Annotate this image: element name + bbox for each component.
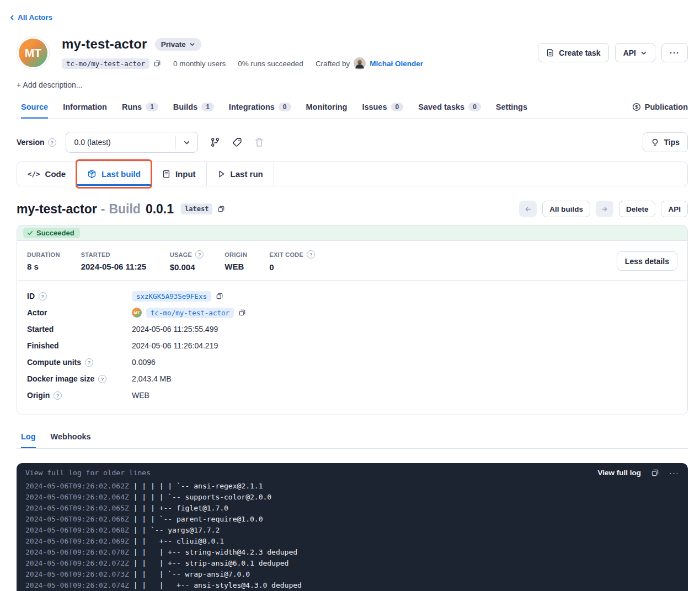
tab-label: Settings xyxy=(496,103,527,111)
build-stats-row: DURATION 8 s STARTED 2024-05-06 11:25 US… xyxy=(17,240,687,280)
subtab-label: Input xyxy=(175,169,196,179)
tab-settings[interactable]: Settings xyxy=(496,98,527,119)
page-title: my-test-actor xyxy=(62,36,147,52)
stat-value: 0 xyxy=(269,262,315,272)
log-line: 2024-05-06T09:26:02.064Z | | | | `-- sup… xyxy=(25,492,679,503)
tab-saved-tasks[interactable]: Saved tasks0 xyxy=(418,98,481,119)
log-tabbar: Log Webhooks xyxy=(17,427,688,449)
tips-button[interactable]: Tips xyxy=(643,132,688,152)
log-timestamp: 2024-05-06T09:26:02.062Z xyxy=(25,482,129,490)
version-selected-value: 0.0 (latest) xyxy=(66,138,175,147)
chevron-left-icon xyxy=(9,14,15,21)
tab-count-badge: 0 xyxy=(468,103,481,111)
help-icon[interactable]: ? xyxy=(307,250,315,259)
log-more-options-icon[interactable]: ··· xyxy=(669,469,679,477)
log-text: | | `-- yargs@17.7.2 xyxy=(129,526,220,534)
tab-monitoring[interactable]: Monitoring xyxy=(306,98,348,119)
api-dropdown-button[interactable]: API xyxy=(615,43,655,62)
detail-value: WEB xyxy=(132,391,149,400)
ellipsis-icon: ··· xyxy=(670,49,680,57)
tab-integrations[interactable]: Integrations0 xyxy=(229,98,291,119)
tag-icon[interactable] xyxy=(232,137,242,147)
build-api-button[interactable]: API xyxy=(661,201,688,217)
copy-icon[interactable] xyxy=(216,292,223,300)
tab-label: Webhooks xyxy=(51,432,91,441)
subtab-last-run[interactable]: Last run xyxy=(207,162,274,186)
add-description-link[interactable]: + Add description... xyxy=(17,80,688,89)
visibility-dropdown[interactable]: Private xyxy=(155,38,201,51)
stat-label: DURATION xyxy=(27,251,60,258)
latest-badge: latest xyxy=(181,203,212,214)
subtab-last-build[interactable]: Last build xyxy=(77,162,152,186)
detail-value: 2,043.4 MB xyxy=(132,374,172,383)
build-log-panel: View full log for older lines View full … xyxy=(17,463,688,591)
tab-runs[interactable]: Runs1 xyxy=(122,98,158,119)
log-timestamp: 2024-05-06T09:26:02.068Z xyxy=(25,526,129,534)
copy-icon[interactable] xyxy=(153,60,161,67)
delete-label: Delete xyxy=(626,205,649,213)
author-link[interactable]: Michał Olender xyxy=(370,60,423,68)
log-timestamp: 2024-05-06T09:26:02.066Z xyxy=(25,515,129,523)
tab-count-badge: 1 xyxy=(201,103,214,111)
help-icon[interactable]: ? xyxy=(85,358,93,367)
detail-row-docker-image-size: Docker image size? 2,043.4 MB xyxy=(27,370,677,387)
tab-source[interactable]: Source xyxy=(21,98,48,119)
detail-label: Docker image size xyxy=(27,374,94,383)
log-text: | | +-- cliui@8.0.1 xyxy=(129,537,224,545)
detail-value: 2024-05-06 11:25:55.499 xyxy=(132,325,218,334)
tab-information[interactable]: Information xyxy=(63,98,107,119)
tab-label: Builds xyxy=(173,103,197,111)
monthly-users: 0 monthly users xyxy=(173,60,226,68)
log-text: | | | +-- ansi-styles@4.3.0 deduped xyxy=(129,581,302,589)
help-icon[interactable]: ? xyxy=(48,138,56,147)
all-builds-label: All builds xyxy=(549,205,583,213)
less-details-label: Less details xyxy=(625,257,669,266)
less-details-button[interactable]: Less details xyxy=(617,251,677,271)
create-task-button[interactable]: Create task xyxy=(538,43,609,62)
more-options-button[interactable]: ··· xyxy=(661,43,688,62)
help-icon[interactable]: ? xyxy=(39,292,47,300)
stat-usage: USAGE? $0.004 xyxy=(170,250,204,272)
log-timestamp: 2024-05-06T09:26:02.064Z xyxy=(25,493,129,501)
tips-label: Tips xyxy=(664,138,680,147)
subtab-input[interactable]: Input xyxy=(152,162,207,186)
version-select[interactable]: 0.0 (latest) xyxy=(66,132,198,153)
help-icon[interactable]: ? xyxy=(54,391,62,400)
delete-build-button[interactable]: Delete xyxy=(619,201,656,217)
git-branch-icon[interactable] xyxy=(210,137,220,147)
subtab-code[interactable]: </> Code xyxy=(17,162,77,186)
actor-avatar-initials: MT xyxy=(19,39,47,67)
view-full-log-link[interactable]: View full log xyxy=(597,469,641,477)
copy-icon[interactable] xyxy=(238,309,246,316)
tab-builds[interactable]: Builds1 xyxy=(173,98,214,119)
all-builds-button[interactable]: All builds xyxy=(542,201,590,217)
stat-label: USAGE xyxy=(170,251,193,258)
actor-id-badge[interactable]: tc-mo/my-test-actor xyxy=(62,58,149,69)
tab-issues[interactable]: Issues0 xyxy=(362,98,403,119)
detail-row-compute-units: Compute units? 0.0096 xyxy=(27,354,677,370)
help-icon[interactable]: ? xyxy=(195,250,204,259)
help-icon[interactable]: ? xyxy=(98,375,106,383)
document-icon xyxy=(546,49,554,57)
copy-icon[interactable] xyxy=(651,469,659,477)
publication-link[interactable]: $ Publication xyxy=(632,103,688,114)
build-title: my-test-actor - Build 0.0.1 latest xyxy=(17,202,225,217)
build-heading-row: my-test-actor - Build 0.0.1 latest All b… xyxy=(17,201,688,217)
log-text: | | | | `-- supports-color@2.0.0 xyxy=(129,493,271,501)
tab-log[interactable]: Log xyxy=(21,427,36,448)
detail-label: Finished xyxy=(27,341,59,350)
detail-label: Started xyxy=(27,325,54,334)
stat-duration: DURATION 8 s xyxy=(27,251,60,271)
build-id-badge[interactable]: sxzKGK5A93Se9FExs xyxy=(132,291,211,302)
prev-build-button xyxy=(519,201,537,217)
tab-webhooks[interactable]: Webhooks xyxy=(51,427,91,448)
detail-value: 0.0096 xyxy=(132,358,156,367)
older-lines-notice[interactable]: View full log for older lines xyxy=(25,469,151,477)
tab-label: Log xyxy=(21,432,36,441)
breadcrumb[interactable]: All Actors xyxy=(0,13,700,22)
actor-link-badge[interactable]: tc-mo/my-test-actor xyxy=(146,308,234,318)
trash-icon xyxy=(254,137,264,147)
log-timestamp: 2024-05-06T09:26:02.073Z xyxy=(25,570,129,578)
detail-value: 2024-05-06 11:26:04.219 xyxy=(132,341,218,350)
copy-icon[interactable] xyxy=(217,205,225,213)
